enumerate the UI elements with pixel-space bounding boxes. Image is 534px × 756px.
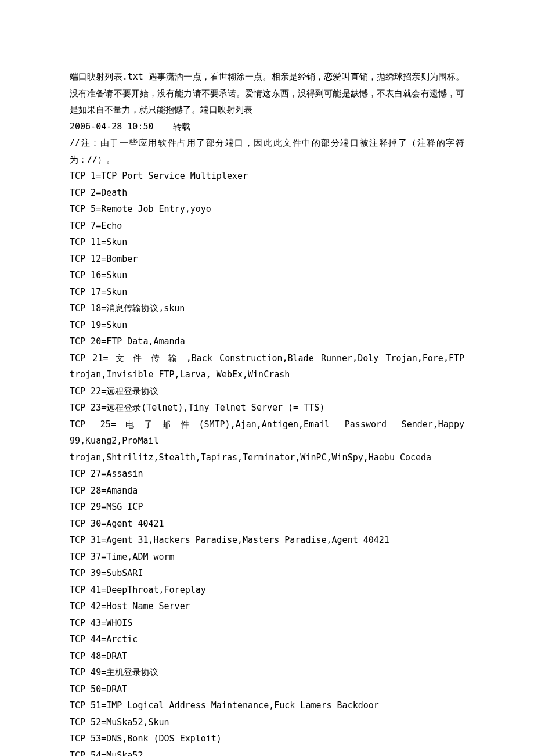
port-entry: TCP 41=DeepThroat,Foreplay — [70, 582, 464, 599]
port-entry: TCP 16=Skun — [70, 267, 464, 284]
port-entry: TCP 7=Echo — [70, 218, 464, 235]
port-entry: TCP 5=Remote Job Entry,yoyo — [70, 201, 464, 218]
port-entry: TCP 2=Death — [70, 185, 464, 201]
port-list: TCP 1=TCP Port Service MultiplexerTCP 2=… — [70, 168, 464, 756]
port-entry: TCP 31=Agent 31,Hackers Paradise,Masters… — [70, 532, 464, 549]
port-entry: TCP 22=远程登录协议 — [70, 383, 464, 400]
intro-text: 端口映射列表.txt 遇事潇洒一点，看世糊涂一点。相亲是经销，恋爱叫直销，抛绣球… — [70, 69, 464, 118]
port-entry: TCP 43=WHOIS — [70, 615, 464, 632]
port-entry: TCP 51=IMP Logical Address Maintenance,F… — [70, 697, 464, 714]
port-entry: TCP 53=DNS,Bonk (DOS Exploit) — [70, 730, 464, 747]
port-entry: TCP 25=电子邮件(SMTP),Ajan,Antigen,Email Pas… — [70, 416, 464, 466]
port-entry: TCP 17=Skun — [70, 284, 464, 301]
port-entry: TCP 48=DRAT — [70, 648, 464, 665]
port-entry: TCP 49=主机登录协议 — [70, 664, 464, 681]
port-entry: TCP 28=Amanda — [70, 483, 464, 499]
port-entry: TCP 39=SubSARI — [70, 565, 464, 582]
port-entry: TCP 11=Skun — [70, 234, 464, 251]
port-entry: TCP 18=消息传输协议,skun — [70, 300, 464, 317]
port-entry: TCP 37=Time,ADM worm — [70, 549, 464, 566]
port-entry: TCP 42=Host Name Server — [70, 598, 464, 615]
port-entry: TCP 1=TCP Port Service Multiplexer — [70, 168, 464, 185]
port-entry: TCP 23=远程登录(Telnet),Tiny Telnet Server (… — [70, 399, 464, 416]
port-entry: TCP 27=Assasin — [70, 466, 464, 483]
timestamp-date: 2006-04-28 10:50 — [70, 118, 154, 135]
port-entry: TCP 52=MuSka52,Skun — [70, 714, 464, 731]
port-entry: TCP 50=DRAT — [70, 681, 464, 698]
port-entry: TCP 44=Arctic — [70, 631, 464, 648]
port-entry: TCP 29=MSG ICP — [70, 499, 464, 516]
port-entry: TCP 19=Skun — [70, 317, 464, 334]
note-text: //注：由于一些应用软件占用了部分端口，因此此文件中的部分端口被注释掉了（注释的… — [70, 135, 464, 168]
timestamp-source: 转载 — [173, 118, 190, 135]
port-entry: TCP 30=Agent 40421 — [70, 516, 464, 532]
port-entry: TCP 20=FTP Data,Amanda — [70, 333, 464, 350]
port-entry: TCP 21= 文 件 传 输 ,Back Construction,Blade… — [70, 350, 464, 383]
port-entry: TCP 54=MuSka52 — [70, 747, 464, 757]
timestamp-line: 2006-04-28 10:50 转载 — [70, 118, 464, 135]
port-entry: TCP 12=Bomber — [70, 251, 464, 268]
document-page: 端口映射列表.txt 遇事潇洒一点，看世糊涂一点。相亲是经销，恋爱叫直销，抛绣球… — [0, 0, 534, 756]
